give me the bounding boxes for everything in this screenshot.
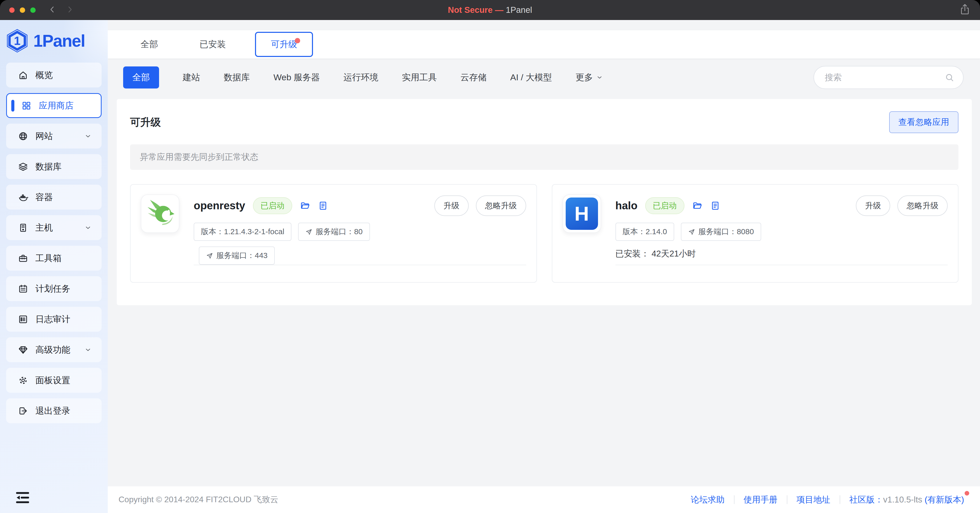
sidebar-menu: 概览 应用商店 网站: [0, 60, 108, 484]
upgradable-panel: 可升级 查看忽略应用 异常应用需要先同步到正常状态: [117, 99, 972, 305]
sidebar-item-toolbox[interactable]: 工具箱: [6, 246, 102, 271]
category-website[interactable]: 建站: [183, 71, 200, 83]
status-badge: 已启动: [253, 197, 292, 214]
search-input[interactable]: [825, 73, 945, 83]
category-tools[interactable]: 实用工具: [402, 71, 437, 83]
sidebar-item-settings[interactable]: 面板设置: [6, 368, 102, 393]
view-ignored-apps-button[interactable]: 查看忽略应用: [889, 111, 958, 133]
category-runtime[interactable]: 运行环境: [344, 71, 379, 83]
ignore-upgrade-button[interactable]: 忽略升级: [897, 195, 948, 216]
sidebar-item-cron[interactable]: 计划任务: [6, 276, 102, 301]
main-content: 全部 已安装 可升级 全部 建站 数据库 Web 服务器 运行环境 实用工具 云…: [108, 20, 980, 513]
close-window-button[interactable]: [9, 8, 14, 13]
not-secure-label: Not Secure: [448, 5, 493, 14]
status-badge: 已启动: [645, 197, 684, 214]
sidebar-item-label: 退出登录: [35, 405, 70, 417]
category-all[interactable]: 全部: [123, 67, 159, 89]
sidebar-item-label: 面板设置: [35, 375, 70, 386]
search-icon: [945, 73, 955, 83]
app-card-list: openresty 已启动 升级 忽略升级: [130, 184, 958, 283]
log-file-icon[interactable]: [318, 200, 328, 211]
tab-all[interactable]: 全部: [138, 33, 160, 56]
sidebar-item-logs[interactable]: 日志审计: [6, 307, 102, 332]
docker-whale-icon: [18, 192, 28, 202]
port-tag[interactable]: 服务端口：443: [199, 246, 275, 265]
port-link-icon: [206, 252, 213, 259]
calendar-icon: [18, 284, 28, 294]
sidebar-item-label: 应用商店: [39, 100, 74, 111]
section-title: 可升级: [130, 115, 161, 129]
collapse-sidebar-icon[interactable]: [0, 484, 108, 513]
category-ai[interactable]: AI / 大模型: [510, 71, 552, 83]
footer: Copyright © 2014-2024 FIT2CLOUD 飞致云 论坛求助…: [108, 486, 980, 513]
sidebar-item-label: 高级功能: [35, 344, 70, 356]
tab-installed[interactable]: 已安装: [197, 33, 228, 56]
divider: [734, 495, 735, 504]
upgrade-button[interactable]: 升级: [856, 195, 890, 216]
page-title: Not Secure — 1Panel: [448, 5, 532, 15]
sidebar: 1 1Panel 概览 应用商店: [0, 20, 108, 513]
update-dot-badge: [295, 38, 300, 43]
openresty-app-icon: [141, 194, 179, 233]
gear-icon: [18, 375, 28, 386]
port-tag[interactable]: 服务端口：80: [298, 222, 370, 241]
sidebar-item-overview[interactable]: 概览: [6, 63, 102, 87]
folder-icon[interactable]: [300, 200, 310, 211]
upgrade-button[interactable]: 升级: [434, 195, 469, 216]
footer-link-project[interactable]: 项目地址: [797, 494, 830, 505]
sidebar-item-label: 计划任务: [35, 283, 70, 295]
category-web-server[interactable]: Web 服务器: [274, 71, 320, 83]
sync-notice: 异常应用需要先同步到正常状态: [130, 145, 958, 170]
footer-link-manual[interactable]: 使用手册: [744, 494, 778, 505]
server-icon: [18, 222, 28, 233]
logo-text: 1Panel: [33, 31, 85, 51]
port-link-icon: [688, 228, 695, 235]
forward-icon[interactable]: [65, 5, 74, 15]
minimize-window-button[interactable]: [20, 8, 25, 13]
sidebar-item-label: 概览: [35, 69, 53, 81]
logo-hexagon-icon: 1: [6, 29, 28, 53]
app-card-halo: H halo 已启动: [552, 184, 959, 283]
zoom-window-button[interactable]: [30, 8, 36, 13]
sidebar-item-container[interactable]: 容器: [6, 185, 102, 210]
port-tag[interactable]: 服务端口：8080: [681, 222, 761, 241]
sidebar-item-label: 工具箱: [35, 253, 62, 264]
sidebar-item-advanced[interactable]: 高级功能: [6, 337, 102, 362]
toolbox-icon: [18, 253, 28, 264]
category-toolbar: 全部 建站 数据库 Web 服务器 运行环境 实用工具 云存储 AI / 大模型…: [108, 65, 980, 90]
new-version-dot-badge: [965, 491, 969, 496]
titlebar: Not Secure — 1Panel: [0, 0, 980, 20]
divider: [787, 495, 788, 504]
logo[interactable]: 1 1Panel: [0, 20, 108, 60]
sidebar-item-database[interactable]: 数据库: [6, 154, 102, 179]
sidebar-item-app-store[interactable]: 应用商店: [6, 93, 102, 118]
sidebar-item-logout[interactable]: 退出登录: [6, 398, 102, 423]
installed-duration: 已安装： 42天21小时: [616, 248, 948, 260]
category-cloud-storage[interactable]: 云存储: [460, 71, 487, 83]
logout-icon: [18, 406, 28, 416]
back-icon[interactable]: [48, 5, 57, 15]
tab-upgradable[interactable]: 可升级: [255, 32, 313, 57]
svg-text:1: 1: [14, 34, 20, 48]
app-name: openresty: [194, 200, 245, 212]
audit-list-icon: [18, 314, 28, 324]
category-more[interactable]: 更多: [576, 71, 603, 83]
ignore-upgrade-button[interactable]: 忽略升级: [476, 195, 526, 216]
footer-link-forum[interactable]: 论坛求助: [691, 494, 725, 505]
port-link-icon: [305, 228, 312, 235]
share-icon[interactable]: [959, 3, 971, 17]
search-box: [813, 66, 964, 89]
sidebar-item-website[interactable]: 网站: [6, 124, 102, 149]
version-tag: 版本：1.21.4.3-2-1-focal: [194, 222, 291, 241]
sidebar-item-host[interactable]: 主机: [6, 215, 102, 240]
version-info[interactable]: 社区版：v1.10.5-lts (有新版本): [850, 494, 969, 505]
app-store-tabs: 全部 已安装 可升级: [108, 30, 980, 59]
browser-window: Not Secure — 1Panel 1 1Panel: [0, 0, 980, 513]
folder-icon[interactable]: [692, 200, 702, 211]
category-database[interactable]: 数据库: [224, 71, 250, 83]
sidebar-item-label: 网站: [35, 130, 53, 142]
copyright: Copyright © 2014-2024 FIT2CLOUD 飞致云: [119, 494, 278, 505]
divider: [840, 495, 840, 504]
log-file-icon[interactable]: [710, 200, 721, 211]
version-tag: 版本：2.14.0: [616, 222, 674, 241]
